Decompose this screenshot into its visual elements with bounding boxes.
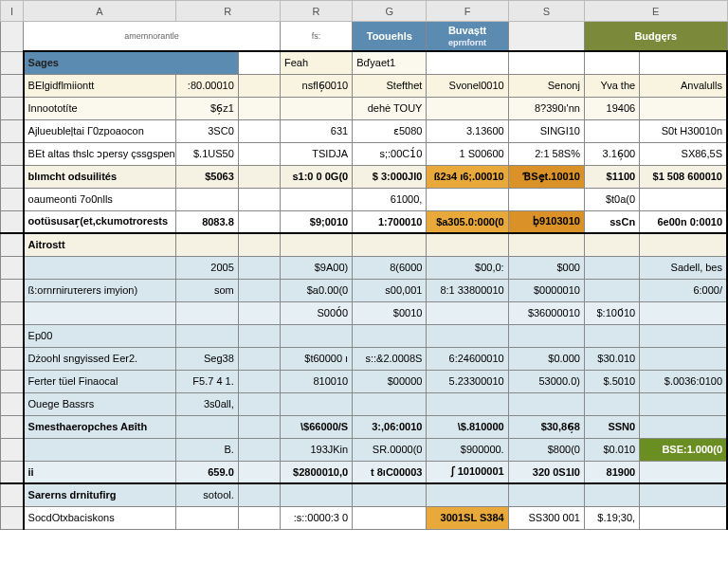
cell-r[interactable]: $9;0010	[280, 210, 352, 233]
col-hdr[interactable]: E	[584, 1, 727, 22]
cell-c[interactable]: 659.0	[175, 461, 238, 483]
cell-e2[interactable]	[640, 301, 727, 324]
cell-s[interactable]: 320 0S1I0	[508, 461, 584, 483]
cell-narrow[interactable]	[238, 392, 280, 415]
row-label[interactable]: Ep00	[24, 324, 176, 347]
row-label[interactable]	[24, 256, 176, 279]
row-label[interactable]: ii	[24, 461, 176, 483]
cell-e1[interactable]: ssCn	[584, 210, 639, 233]
cell-narrow[interactable]	[238, 279, 280, 301]
cell-f[interactable]	[427, 324, 508, 347]
cell-e1[interactable]: 3.16̦00	[584, 142, 639, 165]
cell-e1[interactable]: Yva the	[584, 74, 639, 97]
cell-s[interactable]: $0000010	[508, 279, 584, 301]
cell-c[interactable]: som	[175, 279, 238, 301]
cell-g[interactable]	[353, 506, 427, 529]
cell-e1[interactable]	[584, 233, 639, 256]
cell-g[interactable]	[353, 324, 427, 347]
cell-r[interactable]	[280, 392, 352, 415]
cell-f[interactable]: Svonel0010	[427, 74, 508, 97]
cell-narrow[interactable]	[238, 370, 280, 392]
cell-r[interactable]: :s::0000:3 0	[280, 506, 352, 529]
cell-e2[interactable]: S0t H30010n	[640, 119, 727, 142]
cell-e1[interactable]	[584, 392, 639, 415]
cell-c[interactable]	[175, 233, 238, 256]
cell-e2[interactable]	[640, 483, 727, 506]
cell-r[interactable]: s1:0 0 0G(0	[280, 165, 352, 188]
cell-narrow[interactable]	[238, 188, 280, 210]
cell-s[interactable]: ƁSȩt.10010	[508, 165, 584, 188]
cell-e2[interactable]	[640, 415, 727, 438]
col-hdr[interactable]: S	[508, 1, 584, 22]
cell-e1[interactable]	[584, 483, 639, 506]
cell-narrow[interactable]	[238, 165, 280, 188]
cell-g[interactable]: 61000,	[353, 188, 427, 210]
cell-s[interactable]: $36000010	[508, 301, 584, 324]
cell-e1[interactable]: $0.010	[584, 438, 639, 461]
cell-s[interactable]: Senonj	[508, 74, 584, 97]
cell-s[interactable]: $30,86̦8	[508, 415, 584, 438]
cell-narrow[interactable]	[238, 233, 280, 256]
row-label[interactable]: Ferter tüel Finaocal	[24, 370, 176, 392]
cell-c[interactable]: B.	[175, 438, 238, 461]
row-label[interactable]: Ajlueubleļtai Γ0zpoaocon	[24, 119, 176, 142]
cell-c[interactable]	[175, 324, 238, 347]
cell-f[interactable]: $00,0:	[427, 256, 508, 279]
cell-c[interactable]: Seg38	[175, 347, 238, 370]
cell-e2[interactable]: BSE:1.000(0	[640, 438, 727, 461]
cell-narrow[interactable]	[238, 97, 280, 119]
cell-e2[interactable]	[640, 506, 727, 529]
cell-r[interactable]: S000́0	[280, 301, 352, 324]
cell-narrow[interactable]	[238, 74, 280, 97]
row-label[interactable]: Aitrostt	[24, 233, 176, 256]
row-label[interactable]: Innoototíte	[24, 97, 176, 119]
col-hdr[interactable]: F	[427, 1, 508, 22]
cell-e1[interactable]	[584, 119, 639, 142]
cell-g[interactable]: $ 3:000JI0	[353, 165, 427, 188]
cell-g[interactable]: s::&2.0008S	[353, 347, 427, 370]
cell-r[interactable]	[280, 188, 352, 210]
cell-f[interactable]	[427, 301, 508, 324]
cell-s[interactable]	[508, 392, 584, 415]
row-label[interactable]: Smesthaeropches Aвîth	[24, 415, 176, 438]
cell-e1[interactable]: SSN0	[584, 415, 639, 438]
cell-narrow[interactable]	[238, 256, 280, 279]
row-label[interactable]: ß:ornrniruτerers imyion)	[24, 279, 176, 301]
cell-e1[interactable]	[584, 256, 639, 279]
cell-e1[interactable]: $:100́10	[584, 301, 639, 324]
cell-f[interactable]	[427, 97, 508, 119]
cell-r[interactable]: 193JKin	[280, 438, 352, 461]
cell-s[interactable]: SS300 001	[508, 506, 584, 529]
cell-e2[interactable]	[640, 188, 727, 210]
cell-f[interactable]: \$.810000	[427, 415, 508, 438]
cell-e2[interactable]: $1 508 600010	[640, 165, 727, 188]
cell-c[interactable]: $6̦z1	[175, 97, 238, 119]
cell-e1[interactable]	[584, 279, 639, 301]
cell-g[interactable]: SR.0000(0	[353, 438, 427, 461]
cell-e1[interactable]: $.5010	[584, 370, 639, 392]
cell-f[interactable]: $900000.	[427, 438, 508, 461]
cell-narrow[interactable]	[238, 438, 280, 461]
cell-c[interactable]: F5.7 4 1.	[175, 370, 238, 392]
cell-e1[interactable]	[584, 324, 639, 347]
cell-f[interactable]	[427, 483, 508, 506]
row-label[interactable]: oaumeonti 7o0nlls	[24, 188, 176, 210]
cell-c[interactable]: 8083.8	[175, 210, 238, 233]
cell-narrow[interactable]	[238, 415, 280, 438]
cell-c[interactable]: :80.00010	[175, 74, 238, 97]
cell-e2[interactable]: SX86,5S	[640, 142, 727, 165]
cell-g[interactable]: $0010	[353, 301, 427, 324]
cell-f[interactable]	[427, 233, 508, 256]
cell-g[interactable]: 8(6000	[353, 256, 427, 279]
cell-g[interactable]: 1:700010	[353, 210, 427, 233]
col-hdr[interactable]: A	[24, 1, 176, 22]
col-hdr[interactable]: I	[1, 1, 24, 22]
cell-s[interactable]	[508, 483, 584, 506]
cell-f[interactable]: 3001SL S384	[427, 506, 508, 529]
cell-c[interactable]: $.1US50	[175, 142, 238, 165]
col-hdr[interactable]: R	[175, 1, 280, 22]
cell-r[interactable]	[280, 233, 352, 256]
cell-s[interactable]: 53000.0)	[508, 370, 584, 392]
cell-s[interactable]	[508, 233, 584, 256]
cell-e2[interactable]: Sadell, bes	[640, 256, 727, 279]
